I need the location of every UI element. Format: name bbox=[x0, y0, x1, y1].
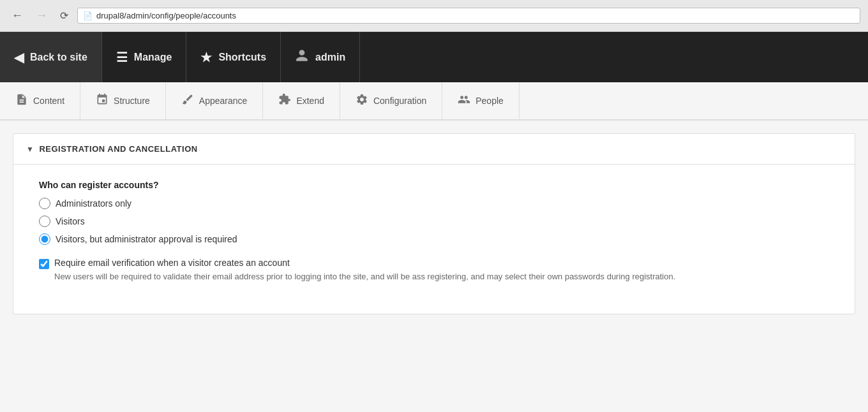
radio-visitors-label: Visitors bbox=[56, 216, 85, 226]
nav-people[interactable]: People bbox=[442, 82, 520, 119]
shortcuts-label: Shortcuts bbox=[218, 52, 266, 63]
nav-extend[interactable]: Extend bbox=[263, 82, 340, 119]
appearance-label: Appearance bbox=[199, 96, 248, 106]
toolbar-shortcuts[interactable]: ★ Shortcuts bbox=[186, 32, 281, 82]
manage-label: Manage bbox=[134, 52, 172, 63]
email-verification-description: New users will be required to validate t… bbox=[54, 270, 675, 283]
configuration-label: Configuration bbox=[373, 96, 426, 106]
toolbar-manage[interactable]: ☰ Manage bbox=[102, 32, 187, 82]
radio-group: Administrators only Visitors Visitors, b… bbox=[39, 198, 829, 245]
main-content: ▼ REGISTRATION AND CANCELLATION Who can … bbox=[13, 133, 855, 314]
nav-appearance[interactable]: Appearance bbox=[166, 82, 264, 119]
nav-content[interactable]: Content bbox=[0, 82, 80, 119]
checkbox-group: Require email verification when a visito… bbox=[39, 258, 829, 283]
admin-label: admin bbox=[315, 52, 345, 63]
reload-button[interactable]: ⟳ bbox=[56, 8, 72, 23]
email-verification-checkbox[interactable]: Require email verification when a visito… bbox=[39, 258, 829, 283]
page-icon: 📄 bbox=[83, 11, 93, 20]
section-title: REGISTRATION AND CANCELLATION bbox=[39, 144, 197, 154]
extend-icon bbox=[278, 93, 291, 109]
radio-visitors-input[interactable] bbox=[39, 216, 50, 227]
address-bar[interactable]: 📄 drupal8/admin/config/people/accounts bbox=[77, 8, 860, 24]
toolbar-admin[interactable]: admin bbox=[281, 32, 360, 82]
forward-button[interactable]: → bbox=[32, 8, 51, 24]
back-button[interactable]: ← bbox=[8, 8, 27, 24]
extend-label: Extend bbox=[296, 96, 324, 106]
radio-visitors[interactable]: Visitors bbox=[39, 216, 829, 227]
nav-structure[interactable]: Structure bbox=[80, 82, 166, 119]
content-icon bbox=[15, 93, 28, 109]
people-icon bbox=[458, 93, 470, 109]
email-verification-text-block: Require email verification when a visito… bbox=[54, 258, 675, 283]
radio-admins-only-label: Administrators only bbox=[56, 198, 131, 209]
email-verification-label: Require email verification when a visito… bbox=[54, 258, 675, 268]
hamburger-icon: ☰ bbox=[116, 50, 128, 65]
section-toggle-icon[interactable]: ▼ bbox=[26, 145, 34, 154]
section-header: ▼ REGISTRATION AND CANCELLATION bbox=[13, 134, 855, 165]
back-to-site-label: Back to site bbox=[30, 52, 87, 63]
who-register-label: Who can register accounts? bbox=[39, 180, 829, 190]
structure-icon bbox=[96, 93, 108, 109]
radio-admins-only[interactable]: Administrators only bbox=[39, 198, 829, 209]
configuration-icon bbox=[355, 93, 368, 109]
radio-visitors-approval[interactable]: Visitors, but administrator approval is … bbox=[39, 233, 829, 245]
radio-visitors-approval-input[interactable] bbox=[39, 233, 50, 245]
nav-bar: Content Structure Appearance Extend Conf… bbox=[0, 82, 868, 121]
radio-admins-only-input[interactable] bbox=[39, 198, 50, 209]
email-verification-input[interactable] bbox=[39, 259, 49, 269]
url-text: drupal8/admin/config/people/accounts bbox=[96, 11, 236, 20]
people-label: People bbox=[475, 96, 504, 106]
radio-visitors-approval-label: Visitors, but administrator approval is … bbox=[56, 234, 237, 244]
admin-toolbar: ◀ Back to site ☰ Manage ★ Shortcuts admi… bbox=[0, 32, 868, 82]
structure-label: Structure bbox=[114, 96, 150, 106]
star-icon: ★ bbox=[200, 50, 212, 65]
toolbar-back-to-site[interactable]: ◀ Back to site bbox=[0, 32, 102, 82]
browser-chrome: ← → ⟳ 📄 drupal8/admin/config/people/acco… bbox=[0, 0, 868, 32]
section-body: Who can register accounts? Administrator… bbox=[13, 165, 855, 314]
nav-configuration[interactable]: Configuration bbox=[340, 82, 442, 119]
user-icon bbox=[295, 48, 309, 66]
who-register-group: Who can register accounts? Administrator… bbox=[39, 180, 829, 283]
appearance-icon bbox=[181, 93, 194, 109]
back-arrow-icon: ◀ bbox=[14, 50, 24, 65]
content-label: Content bbox=[33, 96, 64, 106]
